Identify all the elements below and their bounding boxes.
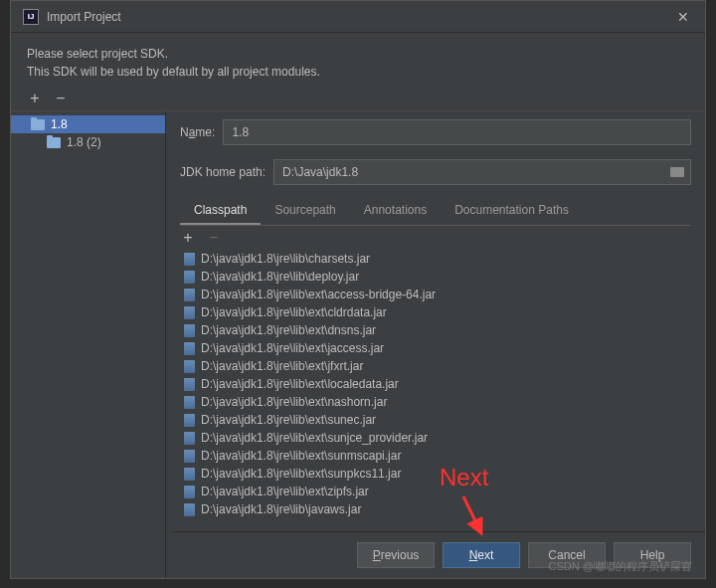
jar-icon <box>184 450 195 463</box>
list-item[interactable]: D:\java\jdk1.8\jre\lib\ext\sunpkcs11.jar <box>180 465 691 483</box>
jar-icon <box>184 414 195 427</box>
name-input[interactable] <box>223 119 691 145</box>
sdk-toolbar: + − <box>11 87 705 111</box>
classpath-toolbar: + − <box>172 226 705 250</box>
folder-icon <box>31 119 45 130</box>
list-item-path: D:\java\jdk1.8\jre\lib\ext\sunjce_provid… <box>201 431 428 445</box>
dialog-title: Import Project <box>47 10 673 24</box>
list-item[interactable]: D:\java\jdk1.8\jre\lib\ext\access-bridge… <box>180 286 691 303</box>
homepath-field-row: JDK home path: <box>172 151 705 191</box>
name-label: Name: <box>180 125 215 139</box>
browse-folder-icon[interactable] <box>664 167 690 177</box>
list-item[interactable]: D:\java\jdk1.8\jre\lib\ext\zipfs.jar <box>180 483 691 500</box>
sidebar-item-sdk[interactable]: 1.8 (2) <box>11 133 165 151</box>
sdk-detail-pane: Name: JDK home path: ClasspathSourcepath… <box>166 111 705 578</box>
list-item-path: D:\java\jdk1.8\jre\lib\ext\dnsns.jar <box>201 323 376 337</box>
list-item-path: D:\java\jdk1.8\jre\lib\ext\nashorn.jar <box>201 395 387 409</box>
jar-icon <box>184 324 195 337</box>
jar-icon <box>184 360 195 373</box>
list-item-path: D:\java\jdk1.8\jre\lib\ext\localedata.ja… <box>201 377 399 391</box>
name-field-row: Name: <box>172 111 705 151</box>
list-item-path: D:\java\jdk1.8\jre\lib\ext\sunmscapi.jar <box>201 449 401 463</box>
list-item[interactable]: D:\java\jdk1.8\jre\lib\ext\jfxrt.jar <box>180 357 691 375</box>
list-item[interactable]: D:\java\jdk1.8\jre\lib\ext\nashorn.jar <box>180 393 691 411</box>
jar-icon <box>184 342 195 355</box>
jar-icon <box>184 468 195 481</box>
remove-sdk-icon[interactable]: − <box>53 91 69 106</box>
sdk-list: 1.81.8 (2) <box>11 111 166 578</box>
jar-icon <box>184 306 195 319</box>
list-item[interactable]: D:\java\jdk1.8\jre\lib\ext\localedata.ja… <box>180 375 691 393</box>
jar-icon <box>184 378 195 391</box>
list-item[interactable]: D:\java\jdk1.8\jre\lib\ext\sunec.jar <box>180 411 691 429</box>
jar-icon <box>184 289 195 301</box>
add-sdk-icon[interactable]: + <box>27 91 43 106</box>
list-item[interactable]: D:\java\jdk1.8\jre\lib\ext\jaccess.jar <box>180 339 691 357</box>
homepath-input[interactable] <box>274 161 664 183</box>
folder-icon <box>47 137 61 148</box>
list-item-path: D:\java\jdk1.8\jre\lib\deploy.jar <box>201 270 359 284</box>
jar-icon <box>184 271 195 284</box>
import-project-dialog: IJ Import Project ✕ Please select projec… <box>10 0 706 579</box>
list-item[interactable]: D:\java\jdk1.8\jre\lib\ext\cldrdata.jar <box>180 303 691 321</box>
next-button[interactable]: Next <box>443 542 520 568</box>
homepath-label: JDK home path: <box>180 165 266 179</box>
jar-icon <box>184 253 195 266</box>
list-item[interactable]: D:\java\jdk1.8\jre\lib\ext\dnsns.jar <box>180 321 691 339</box>
instruction-text: Please select project SDK. This SDK will… <box>11 33 705 87</box>
sidebar-item-label: 1.8 (2) <box>67 135 101 149</box>
list-item-path: D:\java\jdk1.8\jre\lib\ext\jaccess.jar <box>201 341 384 355</box>
list-item-path: D:\java\jdk1.8\jre\lib\ext\zipfs.jar <box>201 485 369 498</box>
tab-bar: ClasspathSourcepathAnnotationsDocumentat… <box>180 197 691 226</box>
jar-icon <box>184 503 195 516</box>
list-item[interactable]: D:\java\jdk1.8\jre\lib\charsets.jar <box>180 250 691 268</box>
tab-annotations[interactable]: Annotations <box>350 197 441 225</box>
sidebar-item-label: 1.8 <box>51 117 68 131</box>
list-item-path: D:\java\jdk1.8\jre\lib\ext\jfxrt.jar <box>201 359 363 373</box>
list-item[interactable]: D:\java\jdk1.8\jre\lib\ext\sunmscapi.jar <box>180 447 691 465</box>
list-item-path: D:\java\jdk1.8\jre\lib\ext\cldrdata.jar <box>201 305 387 319</box>
main-area: 1.81.8 (2) Name: JDK home path: Classpat… <box>11 111 705 578</box>
sidebar-item-sdk[interactable]: 1.8 <box>11 115 165 133</box>
titlebar: IJ Import Project ✕ <box>11 1 705 33</box>
list-item[interactable]: D:\java\jdk1.8\jre\lib\ext\sunjce_provid… <box>180 429 691 447</box>
app-icon: IJ <box>23 9 39 25</box>
list-item-path: D:\java\jdk1.8\jre\lib\ext\sunpkcs11.jar <box>201 467 401 481</box>
jar-icon <box>184 486 195 498</box>
tab-classpath[interactable]: Classpath <box>180 197 261 225</box>
watermark: CSDN @嘟嘟的程序员铲屎官 <box>549 559 692 574</box>
list-item-path: D:\java\jdk1.8\jre\lib\charsets.jar <box>201 252 370 266</box>
tab-sourcepath[interactable]: Sourcepath <box>261 197 349 225</box>
jar-icon <box>184 432 195 445</box>
list-item-path: D:\java\jdk1.8\jre\lib\ext\access-bridge… <box>201 288 436 301</box>
add-classpath-icon[interactable]: + <box>180 230 196 246</box>
previous-button[interactable]: Previous <box>357 542 435 568</box>
classpath-list[interactable]: D:\java\jdk1.8\jre\lib\charsets.jarD:\ja… <box>180 250 691 531</box>
list-item[interactable]: D:\java\jdk1.8\jre\lib\deploy.jar <box>180 268 691 286</box>
list-item-path: D:\java\jdk1.8\jre\lib\javaws.jar <box>201 502 361 516</box>
jar-icon <box>184 396 195 409</box>
tab-documentation-paths[interactable]: Documentation Paths <box>441 197 583 225</box>
remove-classpath-icon[interactable]: − <box>206 230 222 246</box>
list-item-path: D:\java\jdk1.8\jre\lib\ext\sunec.jar <box>201 413 376 427</box>
homepath-input-wrap <box>273 159 691 185</box>
list-item[interactable]: D:\java\jdk1.8\jre\lib\javaws.jar <box>180 500 691 518</box>
close-icon[interactable]: ✕ <box>673 9 693 25</box>
